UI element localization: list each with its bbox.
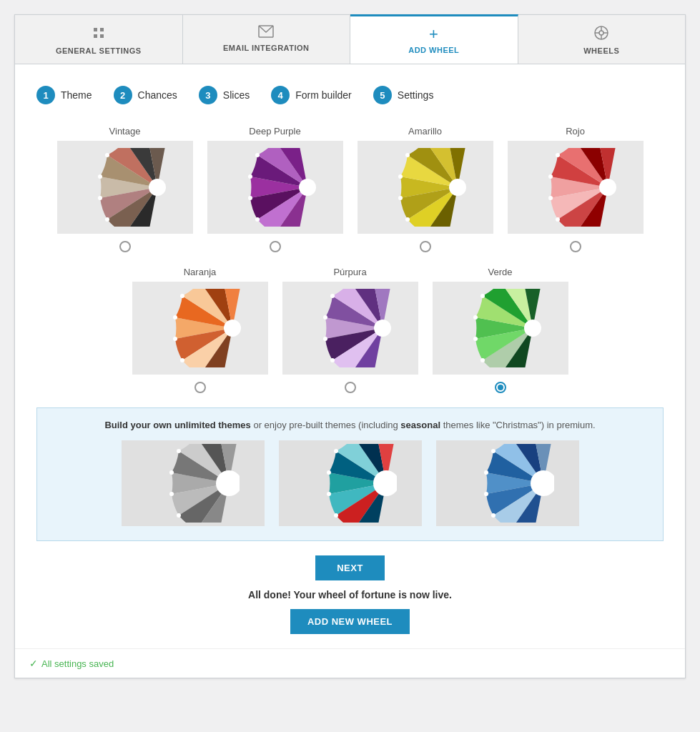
premium-wheel-1 [122, 440, 265, 526]
theme-amarillo-name: Amarillo [408, 126, 442, 137]
add-new-wheel-button[interactable]: ADD NEW WHEEL [290, 609, 410, 634]
svg-point-43 [374, 320, 391, 337]
app-container: GENERAL SETTINGS EMAIL INTEGRATION + ADD… [14, 14, 686, 678]
svg-point-45 [323, 337, 327, 341]
theme-verde-radio[interactable] [495, 382, 506, 393]
tab-general-settings[interactable]: GENERAL SETTINGS [15, 15, 183, 64]
step-3: 3 Slices [199, 86, 250, 104]
svg-point-46 [330, 294, 335, 298]
svg-point-11 [149, 179, 166, 196]
step-3-number: 3 [199, 86, 217, 104]
svg-point-15 [105, 217, 109, 222]
premium-text: Build your own unlimited themes or enjoy… [51, 420, 649, 430]
theme-row-2: Naranja [36, 267, 664, 393]
add-wheel-icon: + [429, 26, 438, 42]
theme-amarillo-radio[interactable] [420, 241, 431, 252]
svg-point-12 [98, 174, 102, 179]
button-section: NEXT All done! Your wheel of fortune is … [36, 555, 664, 634]
premium-seasonal-text: seasonal [400, 420, 440, 430]
theme-naranja-radio[interactable] [194, 382, 206, 393]
svg-point-32 [548, 174, 553, 179]
svg-point-73 [491, 449, 496, 453]
theme-rojo-radio[interactable] [570, 241, 581, 252]
theme-vintage-radio[interactable] [119, 241, 131, 252]
theme-verde-preview [433, 282, 568, 375]
theme-purpura-name: Púrpura [333, 267, 366, 277]
svg-point-50 [524, 320, 541, 337]
svg-point-27 [405, 153, 410, 157]
step-5-number: 5 [373, 86, 392, 104]
svg-point-14 [105, 153, 109, 157]
premium-wheel-2 [279, 440, 422, 526]
svg-point-60 [177, 449, 181, 453]
svg-point-21 [255, 153, 260, 157]
step-2-number: 2 [114, 86, 132, 104]
step-4-number: 4 [271, 86, 290, 104]
svg-point-72 [484, 492, 488, 496]
theme-rojo: Rojo [508, 126, 644, 252]
theme-purpura-radio[interactable] [345, 382, 356, 393]
svg-rect-0 [94, 28, 97, 31]
main-content: 1 Theme 2 Chances 3 Slices 4 Form builde… [15, 64, 685, 648]
svg-point-58 [169, 470, 174, 475]
premium-section: Build your own unlimited themes or enjoy… [36, 407, 664, 541]
step-2: 2 Chances [114, 86, 177, 104]
tab-wheels[interactable]: WHEELS [518, 15, 686, 64]
svg-point-65 [327, 470, 331, 475]
theme-purpura-preview [282, 282, 418, 375]
svg-point-22 [255, 217, 260, 222]
email-icon [258, 25, 274, 40]
svg-point-20 [248, 196, 252, 200]
done-text: All done! Your wheel of fortune is now l… [248, 589, 452, 600]
svg-point-31 [599, 179, 616, 196]
theme-naranja-preview [132, 282, 268, 375]
footer: ✓ All settings saved [15, 648, 685, 678]
theme-deep-purple-radio[interactable] [270, 241, 281, 252]
svg-point-38 [173, 337, 177, 341]
svg-point-26 [398, 196, 403, 200]
theme-verde-name: Verde [488, 267, 513, 277]
tab-general-settings-label: GENERAL SETTINGS [56, 46, 142, 55]
step-1-number: 1 [36, 86, 55, 104]
svg-point-13 [98, 196, 102, 200]
svg-point-44 [323, 315, 327, 320]
svg-point-71 [484, 470, 488, 475]
tab-email-integration-label: EMAIL INTEGRATION [223, 44, 310, 52]
step-5-label: Settings [398, 89, 434, 101]
svg-point-19 [248, 174, 252, 179]
svg-rect-1 [100, 28, 104, 31]
theme-vintage-name: Vintage [109, 126, 141, 137]
svg-point-47 [330, 358, 335, 362]
step-2-label: Chances [138, 89, 177, 101]
tabs-bar: GENERAL SETTINGS EMAIL INTEGRATION + ADD… [15, 15, 685, 64]
svg-point-24 [449, 179, 466, 196]
theme-amarillo-preview [358, 141, 493, 234]
settings-saved-status: ✓ All settings saved [29, 658, 671, 669]
next-button[interactable]: NEXT [315, 555, 385, 580]
premium-wheel-3 [436, 440, 579, 526]
svg-point-6 [599, 31, 603, 35]
svg-point-67 [334, 449, 338, 453]
theme-naranja-name: Naranja [184, 267, 217, 277]
theme-vintage: Vintage [57, 126, 193, 252]
tab-email-integration[interactable]: EMAIL INTEGRATION [183, 15, 351, 64]
svg-point-18 [299, 179, 316, 196]
svg-point-37 [173, 315, 177, 320]
theme-deep-purple-name: Deep Purple [249, 126, 300, 137]
tab-wheels-label: WHEELS [583, 46, 619, 55]
theme-row-1: Vintage [36, 126, 664, 252]
theme-purpura: Púrpura [282, 267, 418, 393]
svg-point-28 [405, 217, 410, 222]
check-icon: ✓ [29, 658, 38, 669]
svg-point-59 [169, 492, 174, 496]
svg-point-52 [473, 337, 478, 341]
svg-point-61 [177, 513, 181, 518]
theme-naranja: Naranja [132, 267, 268, 393]
svg-rect-3 [100, 34, 104, 38]
tab-add-wheel[interactable]: + ADD WHEEL [350, 14, 518, 64]
theme-deep-purple-preview [207, 141, 343, 234]
theme-rojo-preview [508, 141, 644, 234]
theme-deep-purple: Deep Purple [207, 126, 343, 252]
svg-point-34 [556, 153, 560, 157]
step-1: 1 Theme [36, 86, 92, 104]
